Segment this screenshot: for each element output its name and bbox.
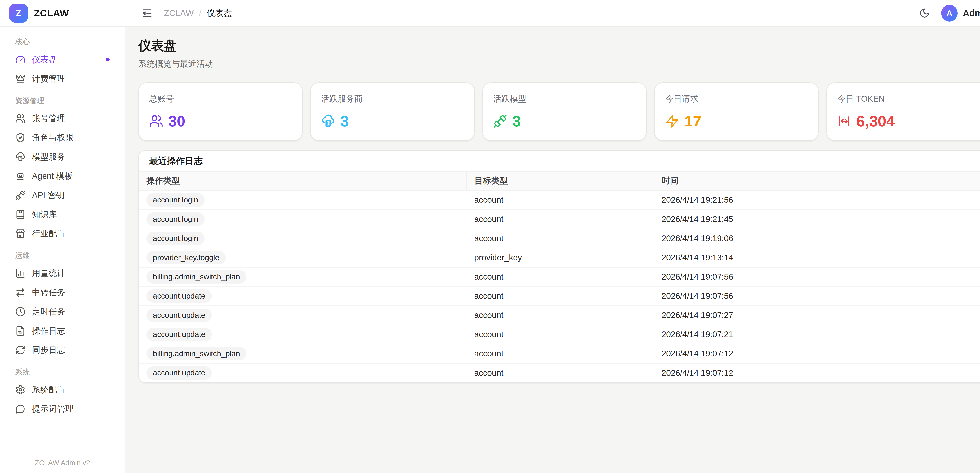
cable-icon: [15, 190, 25, 200]
stat-card-tokens-today: 今日 TOKEN 6,304: [826, 82, 980, 141]
sidebar-item-roles[interactable]: 角色与权限: [8, 128, 117, 147]
app-window: Z ZCLAW 核心 仪表盘 计费管理 资源管理: [0, 0, 980, 473]
time-cell: 2026/4/14 19:21:56: [654, 190, 980, 210]
moon-icon: [919, 8, 930, 19]
sidebar-item-label: 同步日志: [32, 344, 65, 356]
page-title: 仪表盘: [138, 37, 980, 54]
stat-label: 今日请求: [665, 93, 808, 105]
col-time: 时间: [654, 171, 980, 191]
stat-value: 17: [665, 112, 808, 130]
sidebar-collapse-button[interactable]: [138, 4, 156, 22]
main-column: ZCLAW / 仪表盘 A Admin 仪表盘 系统概览与最近活动 总账号: [126, 0, 980, 473]
stat-cards: 总账号 30 活跃服务商 3 活跃模型: [138, 82, 980, 141]
time-cell: 2026/4/14 19:07:56: [654, 267, 980, 287]
time-cell: 2026/4/14 19:07:27: [654, 306, 980, 325]
active-dot: [106, 57, 110, 62]
table-row: account.update account 2026/4/14 19:07:1…: [139, 363, 980, 382]
users-icon: [15, 113, 25, 124]
user-name: Admin: [963, 8, 980, 18]
sidebar-item-label: API 密钥: [32, 190, 64, 201]
stat-label: 总账号: [149, 93, 292, 105]
sidebar-item-industry-config[interactable]: 行业配置: [8, 224, 117, 243]
page-content: 仪表盘 系统概览与最近活动 总账号 30 活跃服务商 3: [126, 27, 980, 473]
stat-label: 今日 TOKEN: [837, 93, 980, 105]
app-version: ZCLAW Admin v2: [35, 459, 90, 467]
stat-card-requests-today: 今日请求 17: [654, 82, 819, 141]
stat-card-active-models: 活跃模型 3: [482, 82, 647, 141]
sidebar-item-label: 模型服务: [32, 151, 65, 162]
sidebar-item-accounts[interactable]: 账号管理: [8, 109, 117, 128]
time-cell: 2026/4/14 19:07:56: [654, 287, 980, 306]
time-cell: 2026/4/14 19:07:21: [654, 325, 980, 344]
sidebar-item-model-services[interactable]: 模型服务: [8, 147, 117, 166]
sidebar-nav: 核心 仪表盘 计费管理 资源管理 账号管理: [0, 27, 125, 452]
recent-logs-title: 最近操作日志: [139, 151, 980, 171]
stat-number: 3: [512, 112, 521, 130]
breadcrumb-root[interactable]: ZCLAW: [164, 8, 194, 18]
sidebar-item-label: 计费管理: [32, 73, 65, 84]
sidebar-item-label: 账号管理: [32, 113, 65, 124]
top-bar-actions: A Admin: [915, 4, 980, 22]
section-label: 运维: [8, 246, 117, 264]
sidebar-item-label: 系统配置: [32, 384, 65, 395]
table-row: account.login account 2026/4/14 19:21:56: [139, 190, 980, 210]
sidebar-item-label: 知识库: [32, 209, 57, 220]
gear-icon: [15, 385, 25, 395]
chart-column-icon: [15, 268, 25, 278]
target-cell: account: [466, 363, 654, 382]
recent-logs-card: 最近操作日志 操作类型 目标类型 时间 account.login acco: [138, 150, 980, 383]
sidebar-item-prompt-management[interactable]: 提示词管理: [8, 399, 117, 419]
stat-value: 6,304: [837, 112, 980, 130]
section-label: 核心: [8, 32, 117, 50]
target-cell: account: [466, 229, 654, 248]
crown-icon: [15, 73, 25, 84]
col-action-type: 操作类型: [139, 171, 466, 191]
refresh-icon: [15, 345, 25, 355]
sidebar-item-relay-tasks[interactable]: 中转任务: [8, 283, 117, 302]
stat-number: 30: [168, 112, 185, 130]
breadcrumb-separator: /: [199, 8, 201, 18]
table-row: account.update account 2026/4/14 19:07:5…: [139, 287, 980, 306]
time-cell: 2026/4/14 19:19:06: [654, 229, 980, 248]
cloud-server-icon: [15, 152, 25, 162]
action-badge: provider_key.toggle: [146, 251, 226, 264]
col-target-type: 目标类型: [466, 171, 654, 191]
stat-value: 3: [493, 112, 636, 130]
action-badge: billing.admin_switch_plan: [146, 270, 246, 283]
section-label: 资源管理: [8, 91, 117, 109]
sidebar-item-dashboard[interactable]: 仪表盘: [8, 50, 117, 69]
stat-card-total-accounts: 总账号 30: [138, 82, 302, 141]
user-menu[interactable]: A Admin: [941, 5, 980, 22]
move-horizontal-icon: [837, 114, 851, 128]
sidebar-item-scheduled-tasks[interactable]: 定时任务: [8, 302, 117, 321]
logs-table: 操作类型 目标类型 时间 account.login account 2026/…: [139, 171, 980, 382]
theme-toggle-button[interactable]: [915, 4, 933, 22]
table-row: billing.admin_switch_plan account 2026/4…: [139, 344, 980, 363]
sidebar-item-label: 提示词管理: [32, 403, 73, 414]
target-cell: provider_key: [466, 248, 654, 267]
store-icon: [15, 229, 25, 239]
table-header-row: 操作类型 目标类型 时间: [139, 171, 980, 191]
sidebar-item-api-keys[interactable]: API 密钥: [8, 186, 117, 205]
sidebar-item-label: Agent 模板: [32, 170, 73, 182]
time-cell: 2026/4/14 19:07:12: [654, 344, 980, 363]
stat-label: 活跃服务商: [321, 93, 464, 105]
sidebar-item-knowledge-base[interactable]: 知识库: [8, 205, 117, 224]
page-subtitle: 系统概览与最近活动: [138, 58, 980, 70]
sidebar-item-system-config[interactable]: 系统配置: [8, 380, 117, 399]
breadcrumb-current: 仪表盘: [207, 8, 232, 19]
sidebar-item-billing[interactable]: 计费管理: [8, 69, 117, 88]
avatar: A: [941, 5, 958, 22]
nav-section-core: 核心 仪表盘 计费管理: [8, 32, 117, 88]
table-row: billing.admin_switch_plan account 2026/4…: [139, 267, 980, 287]
sidebar-item-label: 行业配置: [32, 228, 65, 239]
sidebar-item-operation-logs[interactable]: 操作日志: [8, 321, 117, 341]
sidebar-item-usage-stats[interactable]: 用量统计: [8, 264, 117, 283]
zap-icon: [665, 114, 679, 128]
shield-check-icon: [15, 132, 25, 143]
target-cell: account: [466, 344, 654, 363]
action-badge: account.login: [146, 193, 204, 207]
brand-logo: Z: [9, 3, 28, 23]
sidebar-item-sync-logs[interactable]: 同步日志: [8, 341, 117, 360]
sidebar-item-agent-templates[interactable]: Agent 模板: [8, 166, 117, 186]
